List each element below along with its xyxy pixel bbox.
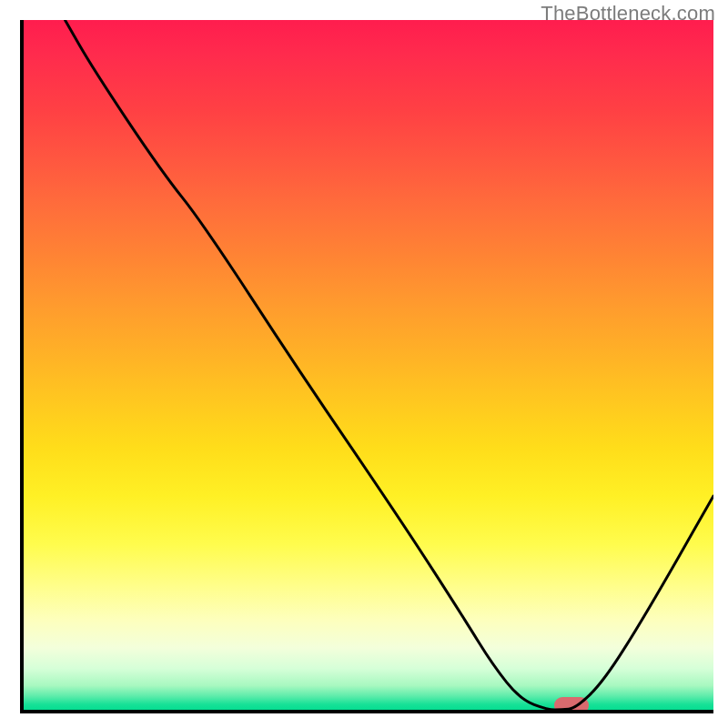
bottleneck-curve (24, 20, 713, 710)
plot-area (20, 20, 713, 713)
curve-path (65, 20, 713, 710)
chart-container: TheBottleneck.com (0, 0, 728, 728)
